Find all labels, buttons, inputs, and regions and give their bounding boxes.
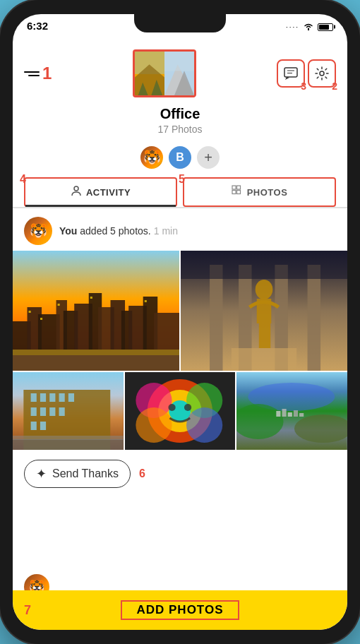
svg-rect-56 (59, 393, 65, 402)
svg-rect-36 (90, 297, 92, 299)
photo-art[interactable] (125, 372, 236, 450)
svg-rect-38 (13, 353, 179, 371)
settings-button-number: 2 (332, 80, 337, 92)
svg-rect-16 (236, 186, 240, 189)
activity-user: You (59, 225, 77, 237)
svg-rect-9 (284, 68, 297, 77)
album-thumb-left (135, 52, 164, 95)
photo-city[interactable] (13, 251, 179, 371)
svg-rect-48 (265, 323, 270, 348)
photo-aerial[interactable] (236, 372, 347, 450)
svg-rect-54 (40, 393, 46, 402)
activity-action: added 5 photos. (77, 225, 150, 237)
photo-grid-bottom (13, 372, 347, 450)
photo-grid-top (13, 251, 347, 371)
settings-button[interactable]: 2 (308, 59, 336, 88)
add-member-button[interactable]: + (196, 145, 221, 170)
album-title: Office (13, 106, 347, 122)
svg-rect-8 (164, 52, 194, 71)
grid-icon (232, 185, 243, 199)
svg-rect-81 (282, 409, 287, 417)
album-thumbnail[interactable] (133, 49, 196, 97)
album-photo-count: 17 Photos (13, 124, 347, 135)
header-number-1: 1 (42, 64, 52, 83)
album-thumb-right (164, 52, 194, 95)
svg-rect-44 (308, 265, 320, 371)
svg-rect-49 (181, 251, 347, 279)
header: 1 (13, 45, 347, 103)
svg-point-74 (168, 404, 175, 411)
avatar-user2[interactable]: B (167, 145, 193, 170)
phone-screen: 6:32 ···· (13, 14, 347, 630)
svg-rect-64 (13, 439, 124, 450)
person-icon (71, 185, 82, 199)
svg-point-14 (74, 186, 78, 191)
svg-rect-58 (31, 407, 37, 416)
tab-photos[interactable]: 5 PHOTOS (183, 177, 336, 207)
notch (134, 14, 226, 32)
add-photos-bar[interactable]: 7 ADD PHOTOS (13, 590, 347, 630)
messages-button[interactable]: 3 (277, 59, 305, 88)
svg-rect-41 (210, 265, 222, 371)
photo-building[interactable] (13, 372, 124, 450)
phone-frame: 6:32 ···· (0, 0, 360, 644)
add-photos-number: 7 (24, 603, 31, 618)
svg-rect-83 (294, 410, 298, 417)
svg-rect-39 (13, 350, 179, 355)
svg-rect-62 (31, 422, 37, 430)
svg-rect-61 (59, 407, 65, 416)
messages-button-number: 3 (301, 80, 306, 92)
wifi-icon (303, 20, 314, 33)
tab-activity-label: ACTIVITY (86, 187, 131, 198)
svg-rect-34 (40, 318, 42, 320)
send-thanks-number: 6 (139, 467, 145, 480)
svg-rect-80 (277, 411, 281, 417)
header-actions: 3 2 (277, 59, 336, 88)
svg-rect-57 (68, 393, 74, 402)
svg-rect-15 (232, 186, 236, 189)
signal-dots-icon: ···· (286, 23, 299, 31)
svg-point-75 (184, 404, 191, 411)
avatars-row: 🐯 B + (13, 141, 347, 177)
svg-rect-18 (236, 191, 240, 194)
svg-point-72 (136, 407, 172, 443)
svg-rect-37 (145, 300, 147, 302)
menu-button[interactable] (24, 71, 40, 76)
send-thanks-row: ✦ Send Thanks 6 (13, 453, 347, 495)
send-thanks-label: Send Thanks (52, 467, 119, 480)
tab-photos-label: PHOTOS (247, 187, 288, 198)
svg-rect-65 (13, 436, 124, 440)
status-time: 6:32 (27, 20, 48, 32)
sparkle-icon: ✦ (36, 466, 47, 482)
svg-rect-60 (49, 407, 55, 416)
battery-icon (318, 23, 333, 31)
send-thanks-button[interactable]: ✦ Send Thanks 6 (24, 460, 131, 488)
svg-point-45 (256, 280, 273, 299)
album-info: Office 17 Photos (13, 103, 347, 141)
tab-activity[interactable]: 4 ACTIVITY (24, 177, 177, 207)
status-icons: ···· (286, 20, 333, 33)
svg-rect-33 (29, 311, 31, 313)
activity-item: 🐯 You added 5 photos.1 min (13, 208, 347, 251)
svg-rect-47 (259, 323, 265, 348)
svg-rect-50 (232, 348, 296, 371)
avatar-user1[interactable]: 🐯 (139, 145, 164, 170)
tabs-row: 4 ACTIVITY 5 (13, 177, 347, 208)
svg-point-73 (186, 407, 222, 443)
svg-rect-59 (40, 407, 46, 416)
activity-description: You added 5 photos.1 min (59, 225, 178, 237)
bottom-peek: 🐯 (13, 569, 347, 590)
activity-feed: 🐯 You added 5 photos.1 min (13, 208, 347, 569)
svg-rect-84 (299, 413, 304, 417)
svg-rect-35 (58, 304, 60, 306)
svg-rect-55 (49, 393, 55, 402)
svg-rect-17 (232, 191, 236, 194)
tab-active-indicator (25, 205, 176, 207)
add-photos-label: ADD PHOTOS (121, 600, 239, 620)
activity-time: 1 min (154, 225, 178, 237)
album-thumbnail-area (52, 49, 277, 97)
activity-avatar: 🐯 (24, 217, 52, 245)
photo-statue[interactable] (181, 251, 347, 371)
tab-photos-number: 5 (179, 173, 185, 186)
svg-rect-53 (31, 393, 37, 402)
